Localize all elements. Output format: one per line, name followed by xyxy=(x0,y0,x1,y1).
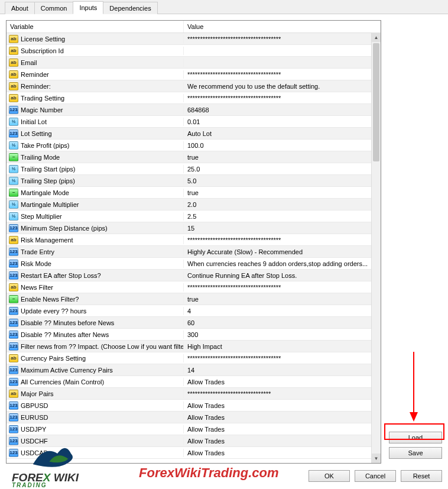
n123-type-icon: 123 xyxy=(9,260,18,268)
value-cell[interactable]: 2.0 xyxy=(184,201,381,208)
bool-type-icon: ~ xyxy=(9,153,18,161)
table-row[interactable]: 123USDCHFAllow Trades xyxy=(7,435,381,447)
reset-button[interactable]: Reset xyxy=(401,470,442,482)
vertical-scrollbar[interactable]: ▲ ▼ xyxy=(371,33,381,463)
n123-type-icon: 123 xyxy=(9,307,18,315)
tab-dependencies[interactable]: Dependencies xyxy=(103,2,157,14)
value-cell[interactable]: Highly Accurate (Slow) - Recommended xyxy=(184,248,381,255)
value-cell[interactable]: 15 xyxy=(184,225,381,232)
tab-common[interactable]: Common xyxy=(34,2,74,14)
table-row[interactable]: ½Initial Lot0.01 xyxy=(7,116,381,128)
table-row[interactable]: 123Restart EA after Stop Loss?Continue R… xyxy=(7,270,381,281)
value-cell[interactable]: Allow Trades xyxy=(184,438,381,445)
value-cell[interactable]: true xyxy=(184,296,381,303)
table-row[interactable]: ½Step Multiplier2.5 xyxy=(7,211,381,222)
table-row[interactable]: abSubscription Id xyxy=(7,45,381,57)
table-row[interactable]: abTrading Setting***********************… xyxy=(7,92,381,104)
table-row[interactable]: abMajor Pairs***************************… xyxy=(7,388,381,400)
table-row[interactable]: abReminder******************************… xyxy=(7,69,381,80)
table-row[interactable]: abEmail xyxy=(7,57,381,69)
value-cell[interactable]: 2.5 xyxy=(184,213,381,220)
n123-type-icon: 123 xyxy=(9,224,18,232)
table-row[interactable]: 123USDCADAllow Trades xyxy=(7,447,381,459)
value-cell[interactable]: Allow Trades xyxy=(184,414,381,421)
tab-inputs[interactable]: Inputs xyxy=(73,1,103,14)
table-row[interactable]: 123All Currencies (Main Control)Allow Tr… xyxy=(7,376,381,388)
table-row[interactable]: ~Martingale Modetrue xyxy=(7,187,381,199)
table-row[interactable]: abReminder:We recommend you to use the d… xyxy=(7,80,381,92)
half-type-icon: ½ xyxy=(9,118,18,126)
value-cell[interactable]: Allow Trades xyxy=(184,378,381,386)
table-row[interactable]: abCurrency Pairs Setting****************… xyxy=(7,352,381,364)
value-cell[interactable]: High Impact xyxy=(184,343,381,350)
value-cell[interactable]: 684868 xyxy=(184,106,381,114)
value-cell[interactable]: 14 xyxy=(184,367,381,374)
table-row[interactable]: ½Take Profit (pips)100.0 xyxy=(7,140,381,151)
value-cell[interactable]: 4 xyxy=(184,307,381,315)
n123-type-icon: 123 xyxy=(9,413,18,422)
table-row[interactable]: 123USDJPYAllow Trades xyxy=(7,423,381,435)
value-cell[interactable]: Continue Running EA after Stop Loss. xyxy=(184,272,381,279)
header-variable[interactable]: Variable xyxy=(7,21,184,33)
table-row[interactable]: 123Filter news from ?? Impact. (Choose L… xyxy=(7,341,381,352)
value-cell[interactable]: Auto Lot xyxy=(184,130,381,137)
value-cell[interactable]: true xyxy=(184,189,381,196)
table-row[interactable]: 123Risk ModeWhen currencies reaches 9 ad… xyxy=(7,258,381,270)
table-row[interactable]: 123Update every ?? hours4 xyxy=(7,305,381,317)
scroll-thumb[interactable] xyxy=(373,43,379,161)
value-cell[interactable]: ************************************* xyxy=(184,35,381,43)
table-row[interactable]: 123Minimum Step Distance (pips)15 xyxy=(7,222,381,234)
variable-name: Enable News Filter? xyxy=(21,296,79,303)
table-row[interactable]: ½Martingale Multiplier2.0 xyxy=(7,199,381,211)
value-cell[interactable]: When currencies reaches 9 addon orders,s… xyxy=(184,260,381,267)
value-cell[interactable]: We recommend you to use the default sett… xyxy=(184,83,381,90)
value-cell[interactable]: true xyxy=(184,154,381,161)
n123-type-icon: 123 xyxy=(9,271,18,280)
value-cell[interactable]: 0.01 xyxy=(184,118,381,125)
table-row[interactable]: 123Lot SettingAuto Lot xyxy=(7,128,381,140)
table-row[interactable]: 123Magic Number684868 xyxy=(7,104,381,116)
scroll-up-icon[interactable]: ▲ xyxy=(372,33,381,42)
load-button[interactable]: Load xyxy=(389,432,442,443)
scroll-down-icon[interactable]: ▼ xyxy=(372,454,381,463)
value-cell[interactable]: ************************************* xyxy=(184,71,381,78)
table-row[interactable]: 123Trade EntryHighly Accurate (Slow) - R… xyxy=(7,246,381,258)
cancel-button[interactable]: Cancel xyxy=(355,470,396,482)
table-row[interactable]: ½Trailing Step (pips)5.0 xyxy=(7,175,381,187)
header-value[interactable]: Value xyxy=(184,21,381,33)
value-cell[interactable]: ************************************* xyxy=(184,355,381,362)
table-row[interactable]: 123Disable ?? Minutes after News300 xyxy=(7,329,381,341)
table-row[interactable]: abNews Filter***************************… xyxy=(7,281,381,293)
table-row[interactable]: ½Trailing Start (pips)25.0 xyxy=(7,163,381,175)
value-cell[interactable]: 60 xyxy=(184,319,381,326)
tab-about[interactable]: About xyxy=(5,2,35,14)
table-row[interactable]: abLicense Setting***********************… xyxy=(7,33,381,45)
save-button[interactable]: Save xyxy=(389,447,442,459)
value-cell[interactable]: 5.0 xyxy=(184,177,381,184)
variable-cell: abReminder xyxy=(7,70,184,79)
ok-button[interactable]: OK xyxy=(309,470,350,482)
table-row[interactable]: 123Disable ?? Minutes before News60 xyxy=(7,317,381,329)
value-cell[interactable]: ************************************* xyxy=(184,95,381,102)
table-row[interactable]: ~Enable News Filter?true xyxy=(7,293,381,305)
variable-name: Disable ?? Minutes after News xyxy=(21,331,109,338)
variable-cell: abMajor Pairs xyxy=(7,390,184,398)
table-row[interactable]: ~Trailing Modetrue xyxy=(7,151,381,163)
value-cell[interactable]: Allow Trades xyxy=(184,449,381,456)
table-row[interactable]: abRisk Management***********************… xyxy=(7,234,381,246)
side-buttons: Load Save xyxy=(389,432,442,459)
table-row[interactable]: 123GBPUSDAllow Trades xyxy=(7,400,381,412)
table-row[interactable]: 123Maximum Active Currency Pairs14 xyxy=(7,364,381,376)
value-cell[interactable]: 300 xyxy=(184,331,381,338)
value-cell[interactable]: 100.0 xyxy=(184,142,381,149)
value-cell[interactable]: Allow Trades xyxy=(184,402,381,409)
table-row[interactable]: 123EURUSDAllow Trades xyxy=(7,412,381,423)
variable-cell: ½Trailing Start (pips) xyxy=(7,165,184,173)
variable-cell: 123Update every ?? hours xyxy=(7,307,184,315)
value-cell[interactable]: ************************************* xyxy=(184,237,381,244)
value-cell[interactable]: ********************************* xyxy=(184,390,381,397)
value-cell[interactable]: Allow Trades xyxy=(184,426,381,433)
value-cell[interactable]: 25.0 xyxy=(184,166,381,173)
variable-cell: 123USDCAD xyxy=(7,449,184,457)
value-cell[interactable]: ************************************* xyxy=(184,284,381,291)
